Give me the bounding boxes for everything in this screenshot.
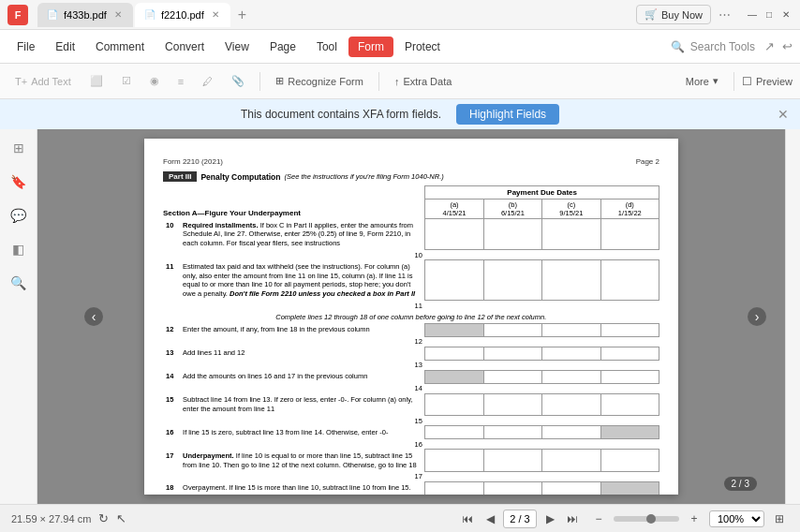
table-row-14: 14 Add the amounts on lines 16 and 17 in… — [163, 370, 659, 383]
status-bar: 21.59 × 27.94 cm ↻ ↖ ⏮ ◀ ▶ ⏭ − + 50% 75%… — [0, 504, 800, 532]
menu-search: 🔍 Search Tools — [671, 40, 755, 53]
extra-data-button[interactable]: ↑ Extra Data — [387, 73, 459, 90]
cart-icon: 🛒 — [644, 8, 658, 21]
search-label[interactable]: Search Tools — [690, 40, 755, 53]
table-row-13: 13 Add lines 11 and 12 — [163, 347, 659, 360]
main-area: ⊞ 🔖 💬 ◧ 🔍 ‹ Form 2210 (2021) Page 2 Part… — [0, 129, 800, 504]
form-tool-1: ⬜ — [82, 72, 111, 90]
last-page-button[interactable]: ⏭ — [563, 510, 582, 528]
xfa-close-button[interactable]: ✕ — [778, 107, 789, 122]
menu-comment[interactable]: Comment — [86, 37, 154, 57]
part-subtitle: (See the instructions if you're filing F… — [284, 172, 443, 181]
menu-protect[interactable]: Protect — [395, 37, 450, 57]
section-a-title: Section A—Figure Your Underpayment — [163, 207, 424, 219]
app-logo: F — [7, 5, 28, 25]
table-row-note: Complete lines 12 through 18 of one colu… — [163, 311, 659, 324]
form-tool-3: ◉ — [142, 72, 167, 90]
next-page-button[interactable]: ▶ — [541, 510, 559, 528]
sidebar-layers-icon[interactable]: ◧ — [7, 238, 30, 260]
title-bar-actions: 🛒 Buy Now ⋯ — □ ✕ — [636, 5, 793, 24]
xfa-banner: This document contains XFA form fields. … — [0, 99, 800, 129]
sidebar-pages-icon[interactable]: ⊞ — [7, 137, 30, 159]
page-right-arrow[interactable]: › — [748, 307, 766, 326]
left-sidebar: ⊞ 🔖 💬 ◧ 🔍 — [0, 129, 37, 504]
menu-edit[interactable]: Edit — [46, 37, 84, 57]
preview-checkbox-area[interactable]: ☐ Preview — [742, 75, 793, 88]
preview-checkbox[interactable]: ☐ — [742, 75, 752, 88]
page-count-badge: 2 / 3 — [724, 477, 757, 491]
more-button[interactable]: More ▾ — [678, 72, 726, 90]
status-center: ⏮ ◀ ▶ ⏭ — [458, 510, 582, 528]
table-row-13-label: 13 — [163, 360, 659, 370]
add-text-button[interactable]: T+ Add Text — [7, 73, 79, 90]
menu-convert[interactable]: Convert — [156, 37, 214, 57]
menu-bar: File Edit Comment Convert View Page Tool… — [0, 30, 800, 64]
highlight-fields-button[interactable]: Highlight Fields — [456, 104, 559, 125]
window-controls: — □ ✕ — [746, 8, 793, 22]
payment-due-header: Payment Due Dates — [425, 186, 659, 200]
table-row: 10 Required installments. If box C in Pa… — [163, 219, 659, 250]
table-row-11: 11 Estimated tax paid and tax withheld (… — [163, 260, 659, 301]
form-table: Section A—Figure Your Underpayment Payme… — [163, 185, 659, 495]
fullscreen-button[interactable]: ⊞ — [770, 510, 789, 528]
table-row-12-label: 12 — [163, 336, 659, 347]
table-row-17-label: 17 — [163, 471, 659, 481]
form-icon-3: ◉ — [150, 75, 159, 87]
menu-page[interactable]: Page — [260, 37, 305, 57]
page-left-arrow[interactable]: ‹ — [84, 307, 103, 326]
xfa-message: This document contains XFA form fields. — [241, 108, 441, 121]
form-tool-2: ☑ — [114, 72, 139, 90]
form-icon-6: 📎 — [231, 75, 244, 87]
titlebar-more-icon[interactable]: ⋯ — [719, 7, 731, 22]
minimize-button[interactable]: — — [746, 8, 759, 22]
page-dimensions: 21.59 × 27.94 cm — [11, 513, 91, 525]
recognize-form-button[interactable]: ⊞ Recognize Form — [268, 72, 371, 90]
tab-f2210[interactable]: 📄 f2210.pdf ✕ — [135, 3, 230, 27]
part-badge: Part III — [163, 171, 197, 182]
col-header-a: (a)4/15/21 — [425, 200, 483, 219]
tab-f433b[interactable]: 📄 f433b.pdf ✕ — [37, 3, 133, 27]
menu-tool[interactable]: Tool — [307, 37, 347, 57]
cursor-tool-icon[interactable]: ↖ — [116, 511, 126, 525]
form-tool-5: 🖊 — [195, 73, 220, 90]
zoom-out-button[interactable]: − — [589, 510, 608, 528]
buy-now-button[interactable]: 🛒 Buy Now — [636, 5, 711, 24]
page-number-input[interactable] — [503, 510, 537, 528]
sidebar-comments-icon[interactable]: 💬 — [7, 204, 30, 227]
zoom-select[interactable]: 50% 75% 100% 125% 150% 200% — [709, 510, 764, 527]
sidebar-bookmarks-icon[interactable]: 🔖 — [7, 170, 30, 193]
close-button[interactable]: ✕ — [779, 8, 793, 22]
menu-form[interactable]: Form — [348, 37, 393, 57]
title-bar: F 📄 f433b.pdf ✕ 📄 f2210.pdf ✕ + 🛒 Buy No… — [0, 0, 800, 30]
recognize-icon: ⊞ — [275, 75, 284, 87]
first-page-button[interactable]: ⏮ — [458, 510, 477, 528]
tab-close-1[interactable]: ✕ — [112, 8, 124, 21]
undo-icon[interactable]: ↩ — [782, 39, 793, 53]
table-row-11-label: 11 — [163, 301, 659, 311]
share-icon[interactable]: ↗ — [764, 39, 775, 53]
prev-page-button[interactable]: ◀ — [481, 510, 499, 528]
table-row-10-label: 10 — [163, 250, 659, 260]
extra-data-icon: ↑ — [394, 76, 400, 87]
rotation-icon[interactable]: ↻ — [98, 511, 109, 525]
toolbar-divider — [259, 72, 260, 91]
menu-view[interactable]: View — [215, 37, 259, 57]
maximize-button[interactable]: □ — [763, 8, 776, 22]
tabs-area: 📄 f433b.pdf ✕ 📄 f2210.pdf ✕ + — [37, 3, 632, 27]
new-tab-button[interactable]: + — [232, 5, 252, 25]
tab-label-2: f2210.pdf — [161, 9, 204, 21]
col-header-b: (b)6/15/21 — [483, 200, 541, 219]
table-row-15-label: 15 — [163, 416, 659, 426]
form-icon-5: 🖊 — [202, 76, 213, 87]
tab-close-2[interactable]: ✕ — [210, 8, 221, 21]
zoom-in-button[interactable]: + — [685, 510, 704, 528]
col-header-c: (c)9/15/21 — [542, 200, 600, 219]
table-row-17: 17 Underpayment. If line 10 is equal to … — [163, 450, 659, 472]
sidebar-search-icon[interactable]: 🔍 — [7, 272, 30, 294]
status-right: − + 50% 75% 100% 125% 150% 200% ⊞ — [589, 510, 789, 528]
add-text-icon: T+ — [15, 76, 27, 87]
menu-file[interactable]: File — [7, 37, 44, 57]
zoom-slider[interactable] — [614, 516, 679, 522]
pdf-page: Form 2210 (2021) Page 2 Part III Penalty… — [144, 139, 678, 495]
tab-label-1: f433b.pdf — [64, 9, 107, 21]
